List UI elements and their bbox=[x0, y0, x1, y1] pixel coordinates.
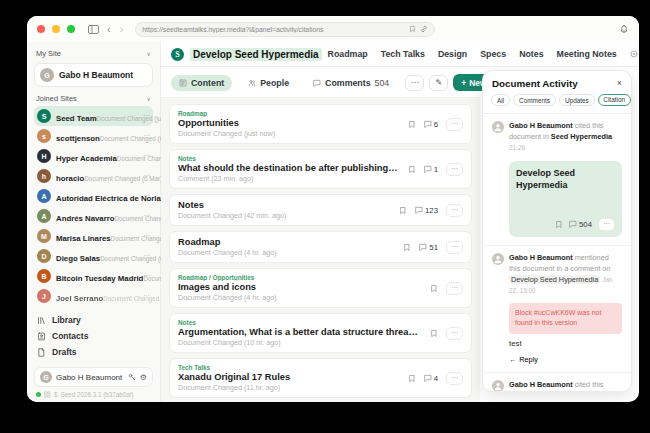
nav-design[interactable]: Design bbox=[438, 49, 467, 59]
comment-count[interactable]: 1 bbox=[424, 165, 438, 174]
bookmark-icon[interactable] bbox=[430, 284, 438, 293]
more-button[interactable]: ⋯ bbox=[143, 192, 150, 200]
peers-icon bbox=[44, 391, 51, 398]
minimize-window-button[interactable] bbox=[52, 25, 60, 33]
close-icon[interactable]: × bbox=[617, 79, 622, 88]
activity-target-chip[interactable]: Demo Seed bbox=[551, 391, 594, 392]
people-icon bbox=[248, 79, 256, 87]
activity-feed[interactable]: Gabo H Beaumont cited this document in S… bbox=[483, 114, 631, 391]
sidebar-item-joel-serrano[interactable]: J Joel SerranoDocument Changed ⋯ bbox=[34, 286, 153, 306]
document-breadcrumb[interactable]: Tech Talks bbox=[178, 364, 400, 371]
cited-document-card[interactable]: Develop Seed Hypermedia 504 ⋯ bbox=[509, 161, 622, 237]
filter-citation[interactable]: Citation bbox=[598, 94, 631, 106]
document-card-xanadu[interactable]: Tech Talks Xanadu Original 17 Rules Docu… bbox=[169, 358, 472, 398]
comment-count[interactable]: 51 bbox=[419, 243, 438, 252]
activity-target-chip[interactable]: Develop Seed Hypermedia bbox=[509, 275, 600, 284]
document-list[interactable]: Roadmap Opportunities Document Changed (… bbox=[161, 97, 480, 402]
sidebar-item-diego-salas[interactable]: D Diego SalasDocument Changed (6 Mar) ⋯ bbox=[34, 246, 153, 266]
more-button[interactable]: ⋯ bbox=[446, 327, 463, 340]
sidebar-toggle-icon[interactable] bbox=[88, 25, 99, 34]
zoom-window-button[interactable] bbox=[67, 25, 75, 33]
back-button[interactable]: ‹ bbox=[106, 24, 112, 35]
document-card-roadmap[interactable]: Roadmap Document Changed (4 hr. ago) 51 … bbox=[169, 231, 472, 263]
sidebar-item-drafts[interactable]: Drafts bbox=[34, 344, 153, 360]
bookmark-icon[interactable] bbox=[399, 206, 407, 215]
comment-count[interactable]: 123 bbox=[415, 206, 438, 215]
document-card-images-and-icons[interactable]: Roadmap / Opportunities Images and icons… bbox=[169, 268, 472, 308]
sidebar-item-horacio[interactable]: h horacioDocument Changed (6 Mar) ⋯ bbox=[34, 166, 153, 186]
close-window-button[interactable] bbox=[37, 25, 45, 33]
more-button[interactable]: ⋯ bbox=[143, 292, 150, 300]
document-breadcrumb[interactable]: Notes bbox=[178, 319, 422, 326]
account-row[interactable]: G Gabo H Beaumont ⚙ bbox=[34, 367, 153, 387]
edit-button[interactable]: ✎ bbox=[429, 75, 448, 91]
filter-updates[interactable]: Updates bbox=[559, 94, 595, 106]
more-button[interactable]: ⋯ bbox=[446, 118, 463, 131]
more-button[interactable]: ⋯ bbox=[598, 218, 615, 231]
sidebar-item-andres-navarro[interactable]: A Andrés NavarroDocument Changed (6 Mar)… bbox=[34, 206, 153, 226]
bookmark-icon[interactable] bbox=[555, 220, 563, 229]
document-breadcrumb[interactable]: Roadmap bbox=[178, 110, 400, 117]
copy-link-icon[interactable] bbox=[420, 25, 428, 33]
more-button[interactable]: ⋯ bbox=[143, 152, 150, 160]
options-button[interactable]: ⋯ bbox=[405, 75, 424, 91]
gear-icon[interactable]: ⚙ bbox=[140, 373, 147, 382]
comment-count[interactable]: 6 bbox=[424, 120, 438, 129]
bookmark-icon[interactable] bbox=[409, 25, 416, 33]
my-site-profile[interactable]: G Gabo H Beaumont bbox=[34, 63, 153, 87]
more-button[interactable]: ⋯ bbox=[143, 272, 150, 280]
sidebar-item-autoridad-electrica[interactable]: A Autoridad Eléctrica de Norlandia ...Do… bbox=[34, 186, 153, 206]
sidebar-item-hyper-academia[interactable]: H Hyper AcademiaDocument Changed (6 Mar)… bbox=[34, 146, 153, 166]
forward-button[interactable]: › bbox=[119, 24, 125, 35]
bookmark-icon[interactable] bbox=[408, 374, 416, 383]
comment-count[interactable]: 504 bbox=[569, 220, 592, 229]
filter-all[interactable]: All bbox=[491, 94, 510, 106]
more-button[interactable]: ⋯ bbox=[143, 132, 150, 140]
more-button[interactable]: ⋯ bbox=[143, 172, 150, 180]
bookmark-icon[interactable] bbox=[408, 165, 416, 174]
comment-count[interactable]: 4 bbox=[424, 374, 438, 383]
reply-button[interactable]: ← Reply bbox=[509, 355, 622, 364]
notifications-bell-icon[interactable] bbox=[619, 24, 629, 34]
document-card-opportunities[interactable]: Roadmap Opportunities Document Changed (… bbox=[169, 104, 472, 144]
more-button[interactable]: ⋯ bbox=[446, 241, 463, 254]
document-breadcrumb[interactable]: Roadmap / Opportunities bbox=[178, 274, 422, 281]
more-button[interactable]: ⋯ bbox=[446, 163, 463, 176]
nav-roadmap[interactable]: Roadmap bbox=[328, 49, 368, 59]
more-button[interactable]: ⋯ bbox=[143, 112, 150, 120]
bookmark-icon[interactable] bbox=[408, 120, 416, 129]
more-button[interactable]: ⋯ bbox=[143, 232, 150, 240]
page-title[interactable]: Develop Seed Hypermedia bbox=[190, 48, 322, 61]
more-button[interactable]: ⋯ bbox=[446, 282, 463, 295]
tab-content[interactable]: Content bbox=[171, 75, 232, 91]
activity-item-mention-comment: Gabo H Beaumont mentioned this document … bbox=[483, 246, 631, 373]
url-bar[interactable]: https://seedteamtalks.hyper.media?l&pane… bbox=[135, 22, 435, 37]
document-breadcrumb[interactable]: Notes bbox=[178, 155, 400, 162]
sidebar-item-library[interactable]: Library bbox=[34, 312, 153, 328]
nav-tech-talks[interactable]: Tech Talks bbox=[381, 49, 425, 59]
sidebar-item-marisa-linares[interactable]: M Marisa LinaresDocument Changed (6 Mar)… bbox=[34, 226, 153, 246]
more-button[interactable]: ⋯ bbox=[446, 372, 463, 385]
nav-meeting-notes[interactable]: Meeting Notes bbox=[557, 49, 617, 59]
more-button[interactable]: ⋯ bbox=[143, 212, 150, 220]
nav-specs[interactable]: Specs bbox=[480, 49, 506, 59]
document-card-notes[interactable]: Notes Document Changed (42 min. ago) 123… bbox=[169, 194, 472, 226]
tab-comments[interactable]: Comments 504 bbox=[305, 75, 397, 91]
key-icon[interactable] bbox=[128, 373, 136, 381]
more-button[interactable]: ⋯ bbox=[143, 252, 150, 260]
document-card-destination-question[interactable]: Notes What should the destination be aft… bbox=[169, 149, 472, 189]
sidebar-item-scottjenson[interactable]: s scottjensonDocument Changed (6 Mar) ⋯ bbox=[34, 126, 153, 146]
document-card-argumentation[interactable]: Notes Argumentation, What is a better da… bbox=[169, 313, 472, 353]
bookmark-icon[interactable] bbox=[430, 329, 438, 338]
sidebar-item-contacts[interactable]: Contacts bbox=[34, 328, 153, 344]
joined-sites-section[interactable]: Joined Sites ∨ bbox=[36, 94, 151, 103]
more-button[interactable]: ⋯ bbox=[446, 204, 463, 217]
my-site-section[interactable]: My Site ∨ bbox=[36, 49, 151, 58]
nav-notes[interactable]: Notes bbox=[519, 49, 543, 59]
filter-comments[interactable]: Comments bbox=[513, 94, 556, 106]
tab-people[interactable]: People bbox=[240, 75, 297, 91]
sidebar-item-seed-team[interactable]: S Seed TeamDocument Changed (just now) ⋯ bbox=[34, 106, 153, 126]
bookmark-icon[interactable] bbox=[403, 243, 411, 252]
sidebar-item-bitcoin-tuesday-madrid[interactable]: B Bitcoin Tuesday MadridDocument Changed… bbox=[34, 266, 153, 286]
nav-feed[interactable]: Feed bbox=[630, 49, 639, 59]
